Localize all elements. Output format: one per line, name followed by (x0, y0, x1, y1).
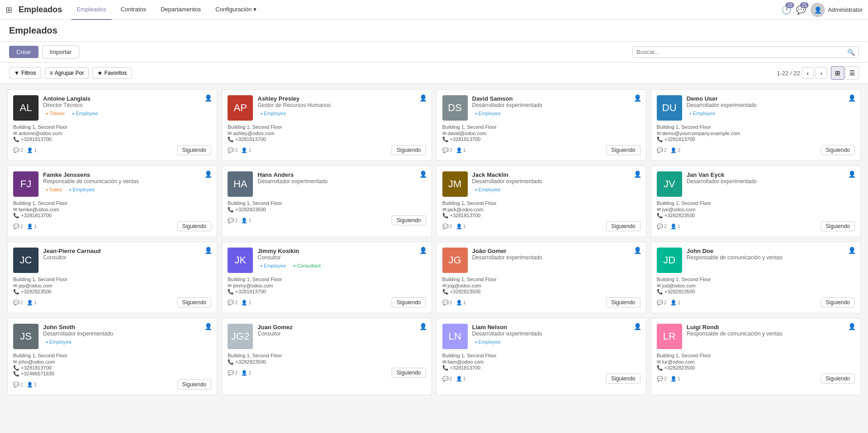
followers-icon: 👤 (670, 376, 677, 382)
followers-count: 1 (248, 300, 251, 305)
following-button[interactable]: Siguiendo (606, 297, 640, 307)
card-top: DU Demo User Desarrollador experimentado… (657, 95, 855, 121)
messages-icon: 💬 (442, 224, 449, 229)
employee-card[interactable]: 👤 FJ Famke Jenssens Responsable de comun… (7, 165, 217, 237)
following-button[interactable]: Siguiendo (606, 221, 640, 231)
employee-card[interactable]: 👤 JG João Gomer Desarrollador experiment… (436, 242, 646, 313)
employee-card[interactable]: 👤 LR Luigi Rondi Responsable de comunica… (651, 318, 861, 395)
followers-icon: 👤 (27, 300, 33, 306)
card-footer: 💬 2 👤 1 Siguiendo (228, 145, 426, 155)
messages-count: 2 (20, 300, 23, 305)
create-button[interactable]: Crear (9, 46, 39, 58)
grid-icon[interactable]: ⊞ (5, 5, 12, 15)
employee-card[interactable]: 👤 JG2 Juan Gomez Consultor Building 1, S… (222, 318, 432, 395)
card-name: Ashley Presley (257, 95, 426, 102)
employee-card[interactable]: 👤 DS David Samson Desarrollador experime… (436, 89, 646, 161)
prev-page-button[interactable]: ‹ (802, 67, 814, 79)
clock-badge-icon[interactable]: 🕐 16 (781, 5, 791, 15)
card-phone: 📞 +3282823500 (13, 289, 211, 295)
following-button[interactable]: Siguiendo (392, 215, 426, 225)
person-icon: 👤 (204, 247, 212, 254)
following-button[interactable]: Siguiendo (821, 297, 855, 307)
filter-icon: ▼ (14, 70, 19, 76)
employee-card[interactable]: 👤 JK Jimmy Kosikin Consultor EmployeeCon… (222, 242, 432, 313)
messages-count: 2 (664, 224, 667, 229)
employee-card[interactable]: 👤 DU Demo User Desarrollador experimenta… (651, 89, 861, 161)
next-page-button[interactable]: › (815, 67, 827, 79)
following-button[interactable]: Siguiendo (392, 368, 426, 378)
filters-button[interactable]: ▼ Filtros (9, 67, 41, 79)
card-stats: 💬 2 👤 1 (657, 224, 680, 229)
following-button[interactable]: Siguiendo (177, 145, 211, 155)
employee-card[interactable]: 👤 AL Antoine Langlais Director Técnico T… (7, 89, 217, 161)
followers-count: 1 (34, 224, 37, 229)
card-phone: 📞 +3282823500 (657, 213, 855, 219)
following-button[interactable]: Siguiendo (177, 379, 211, 389)
followers-stat: 👤 1 (27, 300, 37, 306)
chat-badge-icon[interactable]: 💬 21 (796, 5, 806, 15)
card-tags: Employee (472, 186, 640, 193)
card-footer: 💬 2 👤 1 Siguiendo (228, 368, 426, 378)
employee-card[interactable]: 👤 JM Jack Macklin Desarrollador experime… (436, 165, 646, 237)
employee-card[interactable]: 👤 JS John Smith Desarrollador experiment… (7, 318, 217, 395)
employee-card[interactable]: 👤 JV Jan Van Eyck Desarrollador experime… (651, 165, 861, 237)
followers-count: 1 (678, 300, 680, 305)
followers-icon: 👤 (241, 300, 247, 306)
following-button[interactable]: Siguiendo (606, 145, 640, 155)
card-name: Jack Macklin (472, 171, 640, 178)
employee-card[interactable]: 👤 HA Hans Anders Desarrollador experimen… (222, 165, 432, 237)
following-button[interactable]: Siguiendo (177, 297, 211, 307)
admin-avatar[interactable]: 👤 Administrator (810, 3, 863, 17)
admin-name: Administrator (828, 6, 863, 13)
search-input[interactable] (636, 49, 847, 55)
nav-contratos[interactable]: Contratos (115, 0, 151, 20)
nav-departamentos[interactable]: Departamentos (155, 0, 206, 20)
import-button[interactable]: Importar (42, 45, 79, 58)
card-job: Desarrollador experimentado (687, 178, 855, 185)
following-button[interactable]: Siguiendo (177, 221, 211, 231)
followers-count: 1 (463, 376, 466, 381)
following-button[interactable]: Siguiendo (392, 145, 426, 155)
group-by-button[interactable]: ≡ Agrupar Por (45, 67, 89, 79)
search-icon[interactable]: 🔍 (847, 49, 855, 56)
following-button[interactable]: Siguiendo (606, 374, 640, 384)
following-button[interactable]: Siguiendo (821, 374, 855, 384)
avatar: JK (228, 248, 253, 273)
followers-icon: 👤 (670, 224, 677, 229)
following-button[interactable]: Siguiendo (821, 145, 855, 155)
following-button[interactable]: Siguiendo (392, 297, 426, 307)
list-view-button[interactable]: ☰ (845, 66, 859, 80)
avatar: AP (228, 95, 253, 121)
card-job: Desarrollador experimentado (687, 102, 855, 108)
tag: Employee (66, 186, 97, 193)
followers-icon: 👤 (456, 224, 462, 229)
card-phone: 📞 +3281813700 (442, 136, 640, 142)
card-top: DS David Samson Desarrollador experiment… (442, 95, 640, 121)
card-stats: 💬 2 👤 1 (657, 376, 680, 382)
followers-stat: 👤 1 (27, 147, 37, 153)
tag: Employee (472, 110, 504, 117)
employee-card[interactable]: 👤 LN Liam Nelson Desarrollador experimen… (436, 318, 646, 395)
nav-configuracion[interactable]: Configuración ▾ (210, 0, 262, 20)
card-stats: 💬 2 👤 1 (228, 300, 251, 306)
employee-card[interactable]: 👤 AP Ashley Presley Gestor de Recursos H… (222, 89, 432, 161)
card-location: Building 1, Second Floor (13, 353, 211, 358)
card-name: Famke Jenssens (43, 171, 211, 178)
card-footer: 💬 2 👤 1 Siguiendo (13, 221, 211, 231)
page-header: Empleados (0, 20, 868, 42)
kanban-view-button[interactable]: ⊞ (831, 66, 844, 80)
card-info: Hans Anders Desarrollador experimentado (257, 171, 426, 197)
card-info: João Gomer Desarrollador experimentado (472, 248, 640, 273)
employee-card[interactable]: 👤 JD John Doe Responsable de comunicació… (651, 242, 861, 313)
following-button[interactable]: Siguiendo (821, 221, 855, 231)
employee-card[interactable]: 👤 JC Jean-Pierre Carnaud Consultor Build… (7, 242, 217, 313)
messages-stat: 💬 2 (228, 147, 238, 153)
person-icon: 👤 (419, 323, 427, 330)
nav-empleados[interactable]: Empleados (71, 0, 112, 20)
card-name: Liam Nelson (472, 324, 640, 331)
card-email: ✉ jod@odoo.com (657, 283, 855, 289)
card-info: Jan Van Eyck Desarrollador experimentado (687, 171, 855, 197)
person-icon: 👤 (204, 323, 212, 330)
favorites-button[interactable]: ★ Favoritos (92, 67, 131, 79)
card-info: Ashley Presley Gestor de Recursos Humano… (257, 95, 426, 121)
